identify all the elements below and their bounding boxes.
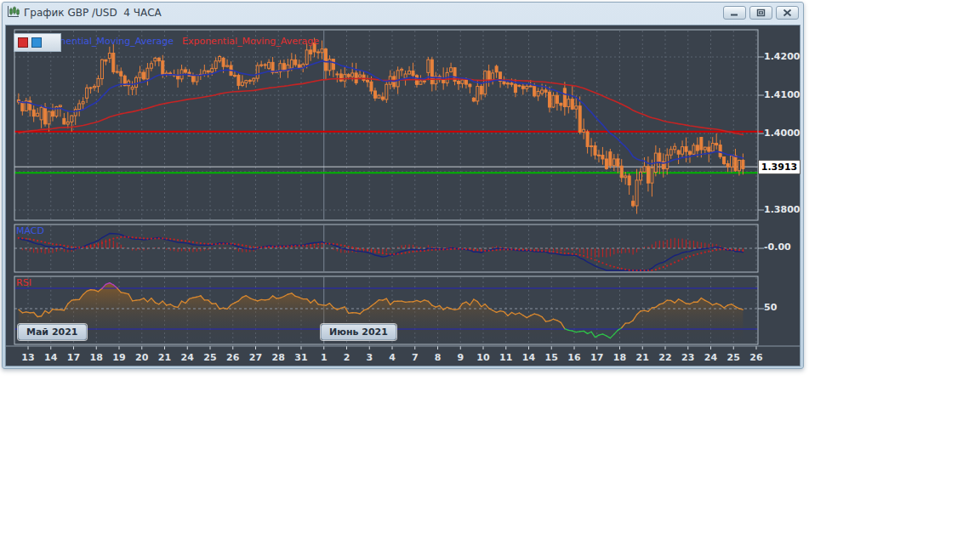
window-controls	[723, 6, 799, 20]
date-axis-label: 24	[175, 352, 199, 363]
indicator-red-toggle[interactable]	[18, 37, 28, 48]
date-axis-label: 18	[608, 352, 632, 363]
date-axis-label: 8	[426, 352, 450, 363]
indicator-toggle-box	[14, 33, 61, 52]
date-axis-label: 23	[676, 352, 700, 363]
indicator-legend: Exponential_Moving_Average Exponential_M…	[37, 36, 319, 47]
date-axis-label: 7	[403, 352, 427, 363]
date-axis-label: 3	[357, 352, 381, 363]
date-axis-label: 26	[221, 352, 245, 363]
date-axis-label: 14	[517, 352, 541, 363]
price-axis-label: 1.4100	[764, 89, 800, 100]
date-axis-label: 9	[448, 352, 472, 363]
close-icon	[783, 9, 792, 17]
rsi-panel-label: RSI	[16, 277, 31, 288]
date-axis-label: 21	[630, 352, 654, 363]
price-axis-label: 1.4200	[764, 51, 800, 62]
date-axis-label: 24	[699, 352, 723, 363]
month-tab-june: Июнь 2021	[321, 324, 396, 340]
date-axis-label: 10	[471, 352, 495, 363]
date-axis-label: 22	[653, 352, 677, 363]
date-axis-label: 17	[585, 352, 609, 363]
price-axis-label: 1.4000	[764, 128, 800, 139]
macd-axis-label: -0.00	[764, 241, 791, 253]
date-axis-label: 18	[84, 352, 108, 363]
date-axis-label: 13	[16, 352, 40, 363]
date-axis-label: 25	[198, 352, 222, 363]
title-bar[interactable]: График GBP /USD 4 ЧАСА	[3, 3, 803, 23]
date-axis-label: 20	[130, 352, 154, 363]
restore-button[interactable]	[749, 6, 772, 20]
date-axis-label: 14	[39, 352, 63, 363]
date-axis-label: 17	[62, 352, 86, 363]
date-axis-label: 25	[721, 352, 745, 363]
window-title: График GBP /USD 4 ЧАСА	[24, 7, 162, 19]
restore-icon	[756, 9, 766, 17]
chart-client-area: Exponential_Moving_Average Exponential_M…	[5, 25, 801, 366]
macd-panel-label: MACD	[16, 225, 44, 236]
close-button[interactable]	[776, 6, 799, 20]
minimize-button[interactable]	[723, 6, 746, 20]
date-axis-label: 15	[539, 352, 563, 363]
date-axis-label: 19	[107, 352, 131, 363]
ema-slow-legend-label: Exponential_Moving_Average	[182, 36, 319, 47]
price-axis-label: 1.3800	[764, 204, 800, 215]
minimize-icon	[730, 9, 739, 17]
date-axis-label: 21	[153, 352, 177, 363]
date-axis-label: 16	[562, 352, 586, 363]
chart-window: График GBP /USD 4 ЧАСА Exponential	[2, 2, 804, 369]
date-axis-label: 26	[744, 352, 768, 363]
date-axis-label: 4	[380, 352, 404, 363]
date-axis-label: 1	[312, 352, 336, 363]
date-axis-label: 27	[244, 352, 268, 363]
chart-canvas[interactable]	[6, 26, 800, 366]
date-axis-label: 2	[335, 352, 359, 363]
current-price-tag: 1.3913	[758, 160, 801, 174]
indicator-blue-toggle[interactable]	[31, 37, 42, 48]
month-tab-may: Май 2021	[18, 324, 87, 340]
date-axis-label: 11	[494, 352, 518, 363]
rsi-axis-label: 50	[764, 302, 777, 313]
date-axis-label: 31	[289, 352, 313, 363]
date-axis-label: 28	[266, 352, 290, 363]
candlestick-chart-icon	[7, 5, 20, 21]
